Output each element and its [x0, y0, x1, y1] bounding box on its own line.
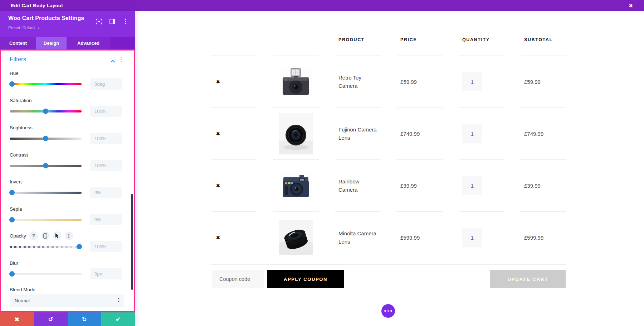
slider-handle[interactable]	[9, 190, 15, 195]
hue-slider[interactable]	[10, 83, 82, 85]
table-row-qty-cell: 1	[459, 107, 504, 159]
product-subtotal: £59.99	[521, 56, 566, 107]
filters-section-title: Filters	[10, 56, 26, 63]
preset-dropdown[interactable]: Preset: Default ▾	[8, 25, 39, 30]
filter-label: Saturation	[10, 97, 123, 104]
table-row-remove-cell: ✖	[211, 211, 257, 263]
builder-options-fab[interactable]	[381, 304, 395, 318]
saturation-value-input[interactable]: 100%	[90, 106, 122, 117]
dot	[384, 310, 386, 312]
column-header-thumbnail	[273, 32, 319, 56]
product-image-retro-toy-camera	[279, 66, 313, 97]
dot	[387, 310, 389, 312]
divi-builder-screen: Edit Cart Body Layout ✖ PRODUCT PRICE QU…	[0, 0, 644, 326]
panel-action-bar: ✖ ↺ ↻ ✔	[0, 312, 135, 326]
panel-kebab-icon[interactable]	[122, 18, 128, 24]
product-name: Retro Toy Camera	[335, 56, 381, 107]
slider-handle[interactable]	[43, 136, 48, 141]
product-subtotal: £599.99	[521, 211, 566, 263]
remove-item-icon[interactable]: ✖	[216, 79, 220, 85]
discard-button: ✖	[0, 312, 34, 326]
slider-handle[interactable]	[9, 217, 15, 222]
save-button: ✔	[101, 312, 135, 326]
product-price: £749.99	[397, 107, 443, 159]
undo-button: ↺	[34, 312, 67, 326]
filter-row-opacity: Opacity ?	[10, 232, 123, 253]
options-kebab-icon[interactable]	[65, 231, 73, 240]
column-header-remove	[211, 32, 257, 56]
slider-handle[interactable]	[9, 271, 15, 277]
table-row-qty-cell: 1	[459, 211, 504, 263]
opacity-slider[interactable]	[10, 246, 82, 248]
slider-handle[interactable]	[43, 163, 48, 168]
product-name: Minolta Camera Lens	[335, 211, 381, 263]
filters-kebab-icon[interactable]: ⋮	[118, 56, 124, 63]
brightness-slider[interactable]	[10, 138, 82, 140]
check-icon[interactable]: ✔	[116, 316, 120, 323]
quantity-input[interactable]: 1	[462, 228, 482, 247]
filter-row-sepia: Sepia 0%	[10, 206, 123, 226]
chevron-up-icon[interactable]	[111, 58, 115, 64]
filter-label: Contrast	[10, 152, 123, 158]
filter-label: Blur	[10, 260, 123, 266]
apply-coupon-button[interactable]: APPLY COUPON	[267, 270, 344, 288]
brightness-value-input[interactable]: 100%	[90, 133, 122, 144]
tab-design[interactable]: Design	[36, 37, 67, 49]
remove-item-icon[interactable]: ✖	[216, 235, 220, 240]
contrast-value-input[interactable]: 100%	[90, 160, 122, 171]
slider-handle[interactable]	[9, 81, 15, 87]
help-icon[interactable]: ?	[29, 231, 38, 240]
redo-icon[interactable]: ↻	[82, 316, 87, 323]
filter-label: Opacity	[10, 233, 26, 239]
invert-value-input[interactable]: 0%	[90, 187, 122, 198]
filter-label: Sepia	[10, 206, 123, 212]
product-image-minolta-lens	[279, 220, 313, 255]
discard-x-icon[interactable]: ✖	[14, 316, 19, 323]
responsive-phone-icon[interactable]	[41, 231, 50, 240]
filter-row-blur: Blur 0px	[10, 260, 123, 280]
blend-mode-select[interactable]: Normal ▴▾	[10, 294, 124, 307]
remove-item-icon[interactable]: ✖	[216, 131, 220, 136]
quantity-input[interactable]: 1	[462, 72, 482, 91]
hue-value-input[interactable]: 0deg	[90, 78, 122, 90]
saturation-slider[interactable]	[10, 110, 82, 112]
tab-advanced[interactable]: Advanced	[67, 37, 110, 49]
panel-scrollbar-thumb[interactable]	[131, 194, 133, 290]
product-price: £59.99	[397, 56, 443, 107]
settings-tabs: Content Design Advanced	[0, 37, 135, 49]
hover-cursor-icon[interactable]	[53, 231, 62, 240]
undo-icon[interactable]: ↺	[48, 316, 53, 323]
slider-handle[interactable]	[77, 244, 82, 249]
quantity-input[interactable]: 1	[462, 124, 482, 143]
cart-table: PRODUCT PRICE QUANTITY SUBTOTAL ✖	[211, 32, 566, 263]
slider-handle[interactable]	[43, 109, 48, 114]
blend-mode-value: Normal	[15, 298, 30, 303]
invert-slider[interactable]	[10, 192, 82, 194]
filter-label: Hue	[10, 70, 123, 76]
contrast-slider[interactable]	[10, 165, 82, 167]
update-cart-button[interactable]: UPDATE CART	[490, 270, 566, 288]
product-name: Rainbow Camera	[335, 159, 381, 211]
dot	[390, 310, 392, 312]
filters-section: Filters ⋮ Hue 0deg Saturation	[0, 49, 135, 312]
opacity-value-input[interactable]: 100%	[90, 241, 122, 252]
preview-toggle-icon[interactable]	[96, 18, 102, 24]
sepia-slider[interactable]	[10, 219, 82, 221]
close-icon[interactable]: ✖	[625, 0, 636, 11]
cart-actions-row: APPLY COUPON UPDATE CART	[211, 264, 566, 297]
filter-row-saturation: Saturation 100%	[10, 97, 123, 117]
panel-layout-icon[interactable]	[109, 18, 115, 24]
quantity-input[interactable]: 1	[462, 176, 482, 195]
column-header-product: PRODUCT	[335, 32, 381, 56]
blur-value-input[interactable]: 0px	[90, 268, 122, 279]
filter-row-contrast: Contrast 100%	[10, 152, 123, 172]
tab-content[interactable]: Content	[0, 37, 36, 49]
chevron-down-icon: ▾	[38, 27, 39, 30]
filter-row-hue: Hue 0deg	[10, 70, 123, 90]
product-name: Fujinon Camera Lens	[335, 107, 381, 159]
coupon-code-input[interactable]	[212, 270, 264, 288]
blur-slider[interactable]	[10, 273, 82, 275]
remove-item-icon[interactable]: ✖	[216, 183, 220, 188]
sepia-value-input[interactable]: 0%	[90, 214, 122, 225]
column-header-quantity: QUANTITY	[459, 32, 504, 56]
